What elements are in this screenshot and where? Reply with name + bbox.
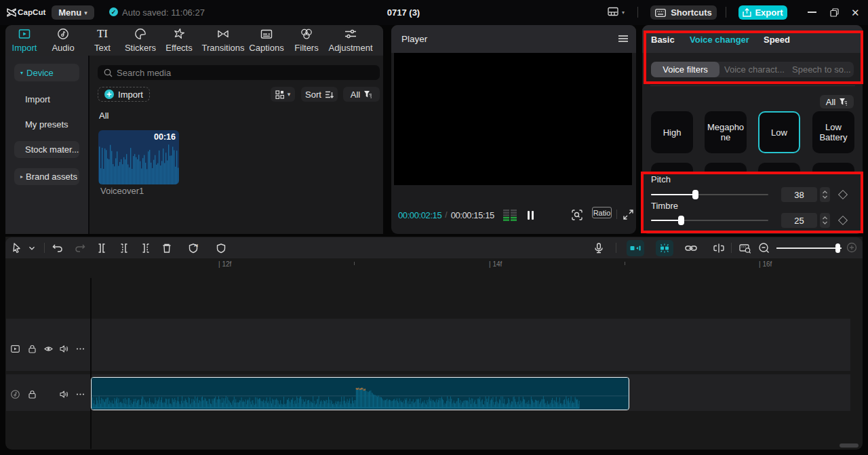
svg-text:AI: AI <box>194 243 198 248</box>
